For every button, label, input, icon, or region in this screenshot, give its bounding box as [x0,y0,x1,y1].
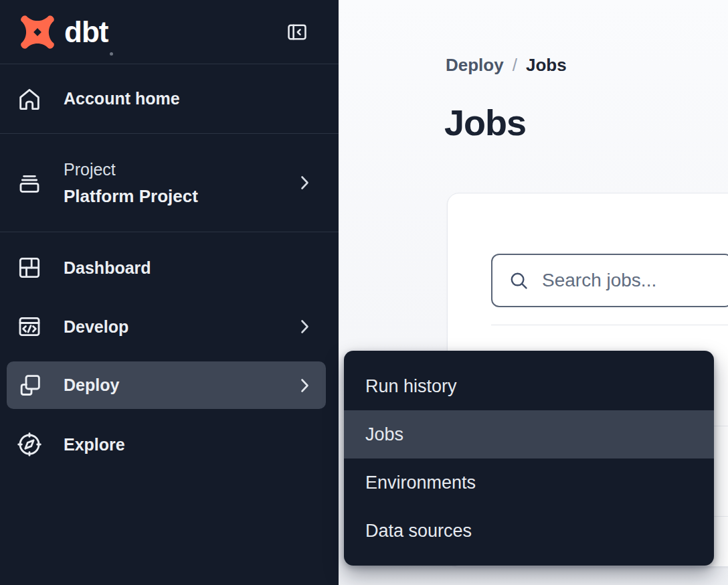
chevron-right-icon [300,319,309,334]
sidebar-item-develop[interactable]: Develop [0,300,339,353]
submenu-item-jobs[interactable]: Jobs [344,410,714,458]
home-icon [16,86,43,112]
breadcrumb-deploy-link[interactable]: Deploy [446,55,504,76]
project-name: Platform Project [64,183,198,210]
dashboard-grid-icon [16,254,43,281]
submenu-item-environments[interactable]: Environments [344,458,714,507]
sidebar-item-label: Develop [64,317,128,337]
sidebar-item-project[interactable]: Project Platform Project [0,134,339,232]
logo-trademark-dot [110,52,113,56]
chevron-right-icon [300,175,309,190]
sidebar-item-dashboard[interactable]: Dashboard [0,241,339,295]
project-label: Project [64,156,198,183]
sidebar-item-label: Dashboard [64,258,151,278]
sidebar-item-label: Explore [64,435,125,454]
search-jobs-input[interactable] [541,269,728,292]
chevron-right-icon [300,378,309,393]
search-jobs-container [491,254,728,307]
sidebar-item-account-home[interactable]: Account home [0,64,339,134]
overlapping-squares-icon [16,372,43,399]
page-title: Jobs [444,102,526,143]
collapse-sidebar-icon[interactable] [285,21,309,44]
project-text: Project Platform Project [64,156,198,210]
sidebar: dbt Account home Project Platform Projec… [0,0,339,585]
breadcrumb-current-jobs: Jobs [526,55,567,76]
sidebar-item-label: Account home [64,89,180,108]
sidebar-item-label: Deploy [64,375,119,395]
logo-wordmark: dbt [64,17,108,47]
table-top-divider [491,325,728,325]
deploy-submenu: Run history Jobs Environments Data sourc… [344,351,714,566]
breadcrumb: Deploy / Jobs [446,55,567,76]
search-icon [509,270,529,291]
submenu-item-run-history[interactable]: Run history [344,362,714,410]
code-window-icon [16,313,43,340]
compass-icon [16,431,43,458]
main-content: Deploy / Jobs Jobs Run history Jobs Envi… [339,0,728,585]
breadcrumb-separator: / [513,55,517,76]
project-tray-icon [16,169,43,196]
sidebar-item-deploy[interactable]: Deploy [7,361,326,409]
submenu-item-data-sources[interactable]: Data sources [344,507,714,555]
sidebar-item-explore[interactable]: Explore [0,418,339,471]
dbt-logo-icon[interactable] [18,13,57,52]
sidebar-header: dbt [0,0,339,64]
